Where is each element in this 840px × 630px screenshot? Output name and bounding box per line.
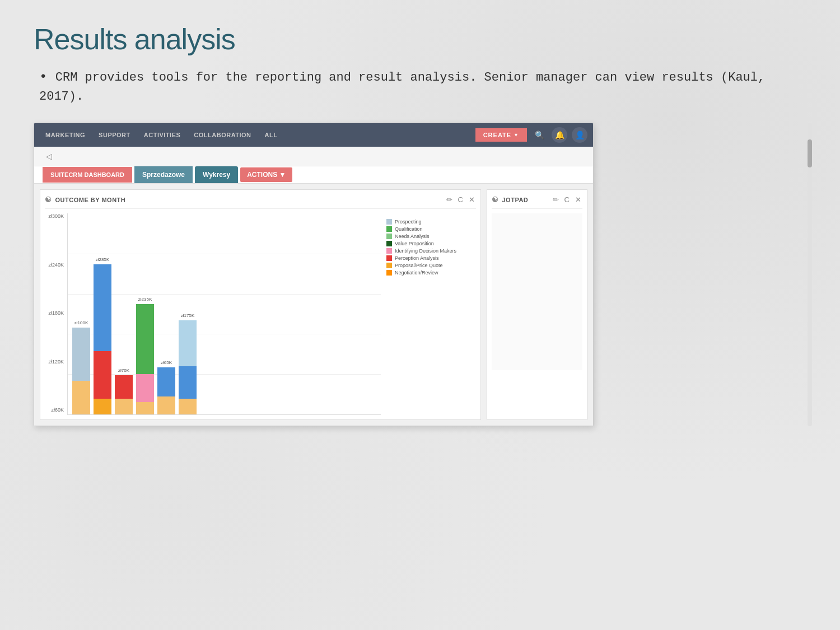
legend-perception: Perception Analysis [386,255,476,261]
bar-seg-2-1 [94,264,111,351]
bar-label-4: zł235K [138,297,152,302]
bar-label-1: zł100K [74,320,88,325]
crm-window: MARKETING SUPPORT ACTIVITIES COLLABORATI… [34,123,594,426]
stacked-bar-2 [94,264,111,414]
y-label-240k: zł240K [45,262,66,268]
bar-seg-2-2 [94,351,111,399]
jotpad-edit-button[interactable]: ✏ [552,194,560,205]
jotpad-panel-icon: ☯ [492,195,499,204]
legend-value: Value Proposition [386,241,476,246]
chart-panel-title: ☯ OUTCOME BY MONTH [45,195,125,204]
legend-label-negotiation: Negotiation/Review [395,270,438,276]
notifications-icon[interactable]: 🔔 [552,127,567,143]
bar-group-5: zł65K [157,367,175,414]
scrollbar[interactable] [808,123,812,426]
legend-label-decision: Identifying Decision Makers [395,248,456,254]
page-title: Results analysis [34,22,806,56]
bar-seg-2-3 [94,399,111,414]
dashboard-content: ☯ OUTCOME BY MONTH ✏ C ✕ zł300K zł2 [34,184,593,426]
legend-color-needs [386,234,392,239]
bar-seg-3-1 [115,375,133,399]
chart-edit-button[interactable]: ✏ [445,194,454,205]
nav-collaboration[interactable]: COLLABORATION [188,127,256,143]
chart-panel-actions: ✏ C ✕ [445,194,476,205]
nav-right-actions: CREATE ▼ 🔍 🔔 👤 [475,127,587,143]
bar-seg-6-2 [179,366,197,399]
legend-label-value: Value Proposition [395,241,434,246]
chart-panel-header: ☯ OUTCOME BY MONTH ✏ C ✕ [45,194,476,209]
legend-decision: Identifying Decision Makers [386,248,476,254]
bar-group-3: zł70K [115,375,133,414]
outcome-chart-panel: ☯ OUTCOME BY MONTH ✏ C ✕ zł300K zł2 [40,189,481,420]
nav-activities[interactable]: ACTIVITIES [138,127,186,143]
chart-refresh-button[interactable]: C [457,194,464,205]
bar-seg-5-1 [157,367,175,396]
chart-panel-icon: ☯ [45,195,52,204]
bar-group-2: zł285K [94,264,111,414]
bar-label-6: zł175K [181,313,194,318]
user-icon[interactable]: 👤 [572,127,587,143]
tab-sprzedazowe[interactable]: Sprzedazowe [134,166,193,183]
jotpad-panel: ☯ JOTPAD ✏ C ✕ [487,189,587,420]
legend-color-prospecting [386,219,392,225]
create-button[interactable]: CREATE ▼ [475,128,527,142]
create-dropdown-arrow: ▼ [514,132,519,138]
bar-seg-6-3 [179,399,197,414]
bar-seg-6-1 [179,320,197,366]
bar-group-1: zł100K [72,328,90,414]
scrollbar-thumb[interactable] [808,139,812,167]
legend-color-proposal [386,263,392,268]
nav-items: MARKETING SUPPORT ACTIVITIES COLLABORATI… [40,127,475,143]
y-label-300k: zł300K [45,213,66,219]
tab-bar: SUITECRM DASHBOARD Sprzedazowe Wykresy A… [34,166,593,184]
legend-prospecting: Prospecting [386,219,476,225]
legend-label-perception: Perception Analysis [395,255,439,261]
y-label-120k: zł120K [45,359,66,365]
chart-legend: Prospecting Qualification Needs Analysis [386,213,476,415]
y-label-60k: zł60K [45,407,66,413]
sub-nav: ◁ [34,147,593,166]
legend-color-perception [386,255,392,261]
bar-group-6: zł175K [179,320,197,414]
nav-marketing[interactable]: MARKETING [40,127,91,143]
back-button[interactable]: ◁ [43,150,55,162]
chart-area: zł300K zł240K zł180K zł120K zł60K [45,213,476,415]
jotpad-close-button[interactable]: ✕ [574,194,582,205]
legend-label-proposal: Proposal/Price Quote [395,263,443,268]
legend-color-qualification [386,226,392,232]
stacked-bar-6 [179,320,197,414]
jotpad-content[interactable] [492,213,582,370]
bar-label-2: zł285K [96,257,109,262]
bar-group-4: zł235K [136,304,154,414]
jotpad-panel-header: ☯ JOTPAD ✏ C ✕ [492,194,582,209]
nav-all[interactable]: ALL [259,127,283,143]
nav-support[interactable]: SUPPORT [93,127,136,143]
jotpad-title-label: JOTPAD [502,197,529,203]
legend-qualification: Qualification [386,226,476,232]
jotpad-panel-actions: ✏ C ✕ [552,194,582,205]
jotpad-panel-title: ☯ JOTPAD [492,195,528,204]
tab-wykresy[interactable]: Wykresy [195,166,238,183]
legend-color-decision [386,248,392,254]
legend-color-negotiation [386,270,392,276]
stacked-bar-4 [136,304,154,414]
search-icon[interactable]: 🔍 [531,127,547,143]
legend-color-value [386,241,392,246]
bullet-text: CRM provides tools for the reporting and… [34,67,806,106]
bar-seg-5-2 [157,396,175,414]
tab-suitecrm-dashboard[interactable]: SUITECRM DASHBOARD [43,167,132,183]
bar-seg-3-2 [115,399,133,414]
bar-label-5: zł65K [161,360,172,365]
legend-label-qualification: Qualification [395,226,423,232]
jotpad-refresh-button[interactable]: C [563,194,571,205]
legend-proposal: Proposal/Price Quote [386,263,476,268]
actions-dropdown[interactable]: ACTIONS ▼ [240,167,292,182]
legend-needs: Needs Analysis [386,234,476,239]
bar-seg-1-2 [72,381,90,414]
stacked-bar-1 [72,328,90,414]
stacked-bar-5 [157,367,175,414]
chart-close-button[interactable]: ✕ [468,194,476,205]
bar-seg-4-2 [136,374,154,402]
legend-label-prospecting: Prospecting [395,219,422,225]
bar-seg-1-1 [72,328,90,381]
